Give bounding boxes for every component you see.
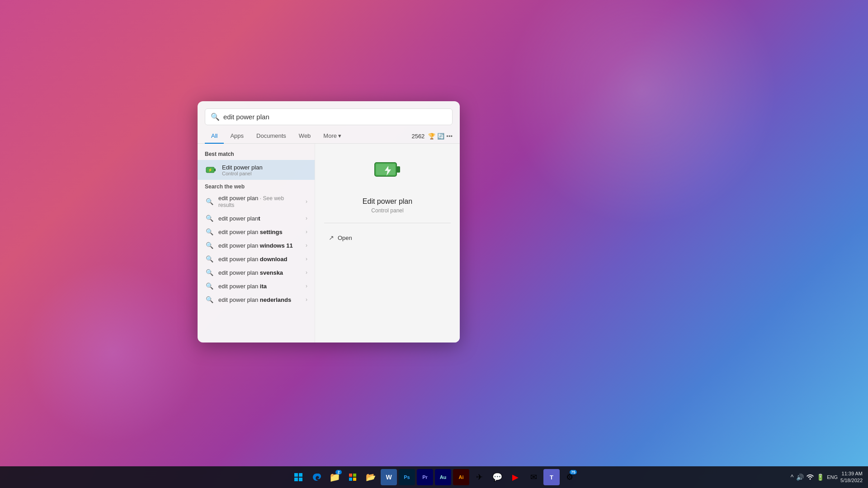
trophy-icon: 🏆	[428, 133, 435, 140]
arrow-icon-7: ›	[306, 283, 307, 289]
search-web-icon-8: 🔍	[205, 296, 214, 303]
svg-rect-12	[349, 478, 352, 481]
search-icon: 🔍	[211, 113, 220, 121]
svg-text:⚡: ⚡	[208, 168, 212, 172]
taskbar-file-explorer[interactable]: 📁 2	[326, 469, 343, 485]
tab-apps[interactable]: Apps	[224, 129, 250, 144]
search-web-label: Search the web	[198, 180, 315, 192]
best-match-item[interactable]: ⚡ Edit power plan Control panel	[198, 160, 315, 180]
tray-chevron[interactable]: ^	[791, 474, 794, 481]
svg-rect-7	[299, 473, 302, 477]
taskbar-mail[interactable]: ✉	[525, 469, 542, 485]
svg-point-14	[810, 478, 811, 479]
tray-network[interactable]	[807, 473, 814, 482]
taskbar-illustrator[interactable]: Ai	[453, 469, 469, 485]
divider	[324, 223, 451, 223]
search-input-area: 🔍	[198, 101, 460, 125]
taskbar: 📁 2 📂 W Ps	[0, 466, 868, 488]
arrow-icon-1: ›	[306, 198, 307, 205]
open-action[interactable]: ↗ Open	[324, 230, 451, 245]
taskbar-youtube[interactable]: ▶	[507, 469, 524, 485]
tab-web[interactable]: Web	[292, 129, 317, 144]
arrow-icon-2: ›	[306, 215, 307, 221]
search-input[interactable]	[223, 113, 447, 121]
arrow-icon-3: ›	[306, 229, 307, 235]
right-app-type: Control panel	[371, 207, 403, 214]
taskbar-right: ^ 🔊 🔋 ENG 11:39 AM 5/18/2022	[791, 470, 863, 484]
taskbar-clock[interactable]: 11:39 AM 5/18/2022	[840, 470, 863, 484]
best-match-subtitle: Control panel	[222, 171, 307, 176]
svg-rect-9	[299, 478, 302, 481]
right-panel: Edit power plan Control panel ↗ Open	[315, 144, 460, 343]
web-result-8[interactable]: 🔍 edit power plan nederlands ›	[198, 293, 315, 306]
best-match-icon: ⚡	[205, 164, 217, 176]
tab-score: 2562 🏆 🔄 •••	[411, 133, 453, 140]
taskbar-photoshop[interactable]: Ps	[399, 469, 415, 485]
tab-all[interactable]: All	[205, 129, 224, 144]
web-result-7[interactable]: 🔍 edit power plan ita ›	[198, 279, 315, 293]
web-result-3[interactable]: 🔍 edit power plan settings ›	[198, 225, 315, 239]
best-match-label: Best match	[198, 149, 315, 160]
search-web-icon-6: 🔍	[205, 269, 214, 276]
taskbar-start[interactable]	[290, 469, 307, 485]
svg-rect-13	[353, 478, 356, 481]
search-window: 🔍 All Apps Documents Web More ▾ 2562 🏆 🔄…	[198, 101, 460, 343]
tab-more[interactable]: More ▾	[317, 129, 348, 144]
taskbar-devtools[interactable]: ⚙ 75	[561, 469, 578, 485]
refresh-icon: 🔄	[437, 133, 444, 140]
taskbar-audition[interactable]: Au	[435, 469, 451, 485]
tab-documents[interactable]: Documents	[250, 129, 292, 144]
web-result-2[interactable]: 🔍 edit power plant ›	[198, 211, 315, 225]
tray-volume[interactable]: 🔊	[796, 474, 804, 481]
search-web-icon-2: 🔍	[205, 215, 214, 222]
taskbar-telegram[interactable]: ✈	[471, 469, 487, 485]
web-result-1[interactable]: 🔍 edit power plan · See web results ›	[198, 192, 315, 211]
taskbar-word[interactable]: W	[381, 469, 397, 485]
open-label: Open	[338, 235, 352, 241]
arrow-icon-6: ›	[306, 269, 307, 276]
search-content: Best match ⚡ Edit power plan Control pan…	[198, 144, 460, 343]
open-icon: ↗	[329, 234, 334, 241]
language-indicator[interactable]: ENG	[827, 474, 838, 480]
svg-rect-11	[353, 474, 356, 477]
app-icon	[371, 153, 404, 192]
more-options-icon[interactable]: •••	[446, 133, 453, 140]
search-web-icon-4: 🔍	[205, 242, 214, 249]
taskbar-premiere[interactable]: Pr	[417, 469, 433, 485]
svg-rect-10	[349, 474, 352, 477]
search-tabs: All Apps Documents Web More ▾ 2562 🏆 🔄 •…	[198, 125, 460, 144]
web-result-6[interactable]: 🔍 edit power plan svenska ›	[198, 266, 315, 279]
search-box[interactable]: 🔍	[205, 108, 453, 125]
svg-rect-5	[376, 164, 395, 175]
arrow-icon-5: ›	[306, 256, 307, 262]
arrow-icon-8: ›	[306, 296, 307, 303]
taskbar-edge[interactable]	[308, 469, 325, 485]
chevron-down-icon: ▾	[338, 132, 341, 139]
web-result-4[interactable]: 🔍 edit power plan windows 11 ›	[198, 239, 315, 252]
taskbar-center: 📁 2 📂 W Ps	[290, 469, 578, 485]
taskbar-teams[interactable]: T	[543, 469, 560, 485]
right-actions: ↗ Open	[324, 230, 451, 245]
svg-rect-8	[294, 478, 298, 481]
web-result-5[interactable]: 🔍 edit power plan download ›	[198, 252, 315, 266]
taskbar-store[interactable]	[344, 469, 361, 485]
search-web-icon-5: 🔍	[205, 255, 214, 263]
search-web-icon-7: 🔍	[205, 282, 214, 290]
search-web-icon-1: 🔍	[205, 198, 214, 205]
right-app-name: Edit power plan	[363, 197, 412, 206]
svg-rect-6	[294, 473, 298, 477]
desktop: 🔍 All Apps Documents Web More ▾ 2562 🏆 🔄…	[0, 0, 868, 488]
best-match-title: Edit power plan	[222, 164, 307, 171]
tray-battery[interactable]: 🔋	[816, 474, 824, 481]
taskbar-explorer2[interactable]: 📂	[363, 469, 379, 485]
svg-rect-1	[214, 169, 216, 171]
search-web-icon-3: 🔍	[205, 228, 214, 235]
taskbar-whatsapp[interactable]: 💬	[489, 469, 505, 485]
left-panel: Best match ⚡ Edit power plan Control pan…	[198, 144, 315, 343]
svg-rect-4	[396, 166, 400, 173]
arrow-icon-4: ›	[306, 242, 307, 249]
